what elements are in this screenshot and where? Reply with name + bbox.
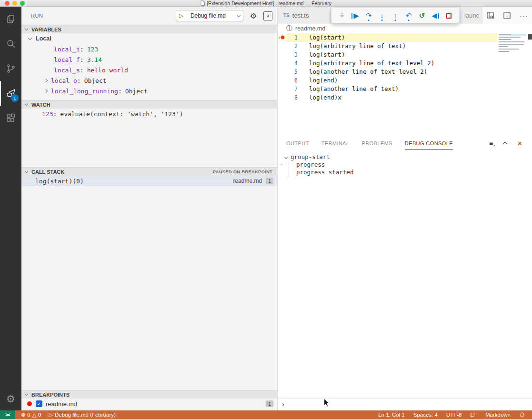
code-line[interactable]: 3log(start) xyxy=(278,50,532,59)
glyph-margin[interactable] xyxy=(278,85,286,93)
step-over-button[interactable]: ↷ xyxy=(363,9,374,23)
configure-launch-gear-icon[interactable]: ⚙ xyxy=(250,11,257,20)
run-and-debug-icon[interactable]: 1 xyxy=(0,81,21,106)
step-into-button[interactable]: ↓ xyxy=(376,9,388,23)
watch-section-header[interactable]: WATCH xyxy=(21,100,277,109)
chevron-down-icon xyxy=(25,27,28,30)
console-text: group-start xyxy=(291,153,330,161)
glyph-margin[interactable] xyxy=(278,59,286,68)
breakpoint-enabled-checkbox[interactable]: ✓ xyxy=(36,400,42,407)
variables-section-header[interactable]: VARIABLES xyxy=(21,25,277,33)
glyph-margin[interactable] xyxy=(278,93,286,102)
split-editor-icon[interactable] xyxy=(503,11,511,20)
mouse-cursor xyxy=(323,398,330,409)
reverse-continue-button[interactable]: ◀ xyxy=(430,9,441,23)
breakpoint-file-label: readme.md xyxy=(46,400,77,408)
chevron-down-icon xyxy=(25,169,28,172)
stop-button[interactable] xyxy=(443,9,454,23)
remote-indicator[interactable]: >< xyxy=(0,410,15,419)
step-back-button[interactable]: ↶ xyxy=(403,9,414,23)
variable-row[interactable]: local_long_running:Object xyxy=(21,86,277,96)
code-line[interactable]: 5log(another line of text level 2) xyxy=(278,68,532,76)
breakpoints-section-header[interactable]: BREAKPOINTS xyxy=(21,390,277,399)
code-line[interactable]: 8log(end)x xyxy=(278,93,532,102)
status-bar: >< ⊗ 0 △ 0 ▷ Debug file.md (February) Ln… xyxy=(0,410,532,419)
step-out-button[interactable]: ↑ xyxy=(390,9,401,23)
restart-button[interactable]: ↺ xyxy=(416,9,428,23)
minimap-current-line xyxy=(499,34,526,36)
editor-actions: ··· xyxy=(486,7,528,24)
breadcrumb[interactable]: ⓘ readme.md xyxy=(278,24,532,33)
watch-expression-row[interactable]: 123:evaluate(context: 'watch', '123') xyxy=(21,109,277,119)
toolbar-drag-handle[interactable]: ⠿ xyxy=(336,9,348,23)
panel-tab-bar: OUTPUT TERMINAL PROBLEMS DEBUG CONSOLE ≡… xyxy=(278,135,532,151)
tab-test-ts[interactable]: TS test.ts xyxy=(278,7,331,24)
variables-header-label: VARIABLES xyxy=(31,27,61,32)
stack-frame-row[interactable]: log(start)(0) readme.md 1 xyxy=(21,176,277,186)
indentation-setting[interactable]: Spaces: 4 xyxy=(413,412,438,418)
settings-gear-icon[interactable]: ⚙ xyxy=(0,388,21,410)
debug-session-status[interactable]: ▷ Debug file.md (February) xyxy=(49,412,116,418)
debug-console-input[interactable]: › xyxy=(278,399,532,409)
code-line[interactable]: 4log(arbitrary line of text level 2) xyxy=(278,59,532,68)
editor-scrollbar-thumb[interactable] xyxy=(528,34,532,40)
variable-row[interactable]: local_i:123 xyxy=(21,44,277,54)
code-line[interactable]: 7log(another line of text) xyxy=(278,85,532,93)
eol-setting[interactable]: LF xyxy=(471,412,477,418)
run-panel-title: RUN xyxy=(31,13,43,19)
variable-row[interactable]: local_s:hello world xyxy=(21,65,277,75)
encoding-setting[interactable]: UTF-8 xyxy=(446,412,462,418)
warnings-count: 0 xyxy=(38,412,41,418)
code-line[interactable]: 2log(arbitrary line of text) xyxy=(278,42,532,50)
errors-icon: ⊗ xyxy=(21,412,25,418)
glyph-margin[interactable] xyxy=(278,76,286,85)
clear-console-icon[interactable]: ≡× xyxy=(489,140,493,147)
scope-label: Local xyxy=(36,35,51,42)
glyph-margin[interactable] xyxy=(278,42,286,50)
breakpoint-line-badge: 1 xyxy=(266,400,273,407)
glyph-margin[interactable] xyxy=(278,68,286,76)
problems-status[interactable]: ⊗ 0 △ 0 xyxy=(21,412,41,418)
stack-frame-line-badge: 1 xyxy=(266,178,273,184)
activity-bar-spacer xyxy=(0,130,21,388)
minimap[interactable] xyxy=(498,33,527,105)
tab-output[interactable]: OUTPUT xyxy=(286,140,309,146)
chevron-down-icon xyxy=(28,36,32,40)
tab-problems[interactable]: PROBLEMS xyxy=(361,140,392,146)
search-icon[interactable] xyxy=(0,31,21,56)
maximize-panel-icon[interactable] xyxy=(503,142,508,147)
scope-local-row[interactable]: Local xyxy=(21,33,277,44)
start-debugging-icon[interactable]: ▷ xyxy=(179,12,183,19)
notifications-bell-icon[interactable] xyxy=(519,412,525,418)
chevron-down-icon xyxy=(25,392,28,395)
variable-row[interactable]: local_f:3.14 xyxy=(21,54,277,65)
chevron-right-icon xyxy=(44,79,48,82)
console-group-row[interactable]: group-start xyxy=(278,153,532,161)
extensions-icon[interactable] xyxy=(0,106,21,130)
code-line-current[interactable]: 1 log(start) xyxy=(278,33,532,42)
tab-launch-json[interactable]: launc xyxy=(460,7,482,24)
tab-terminal[interactable]: TERMINAL xyxy=(321,140,350,146)
open-debug-console-icon[interactable]: > xyxy=(263,11,272,20)
code-text: log(another line of text level 2) xyxy=(298,68,427,76)
language-mode[interactable]: Markdown xyxy=(485,412,511,418)
explorer-icon[interactable] xyxy=(0,7,21,31)
launch-config-dropdown[interactable]: ▷ Debug file.md xyxy=(176,10,243,21)
code-line[interactable]: 6log(end) xyxy=(278,76,532,85)
open-preview-icon[interactable] xyxy=(486,11,494,20)
run-icon: ▷ xyxy=(49,412,53,418)
cursor-position[interactable]: Ln 1, Col 1 xyxy=(378,412,405,418)
breakpoint-row[interactable]: ✓ readme.md 1 xyxy=(21,399,277,409)
continue-button[interactable]: ▶ xyxy=(350,9,361,23)
call-stack-section-header[interactable]: CALL STACK PAUSED ON BREAKPOINT xyxy=(21,167,277,176)
more-actions-icon[interactable]: ··· xyxy=(520,11,528,20)
close-panel-icon[interactable]: ✕ xyxy=(517,140,522,147)
glyph-margin[interactable] xyxy=(278,33,286,42)
paused-status-label: PAUSED ON BREAKPOINT xyxy=(213,169,272,174)
watch-header-label: WATCH xyxy=(31,102,50,108)
source-control-icon[interactable] xyxy=(0,56,21,81)
glyph-margin[interactable] xyxy=(278,50,286,59)
variable-row[interactable]: local_o:Object xyxy=(21,75,277,86)
tab-debug-console[interactable]: DEBUG CONSOLE xyxy=(405,140,453,150)
chevron-down-icon xyxy=(25,102,28,105)
